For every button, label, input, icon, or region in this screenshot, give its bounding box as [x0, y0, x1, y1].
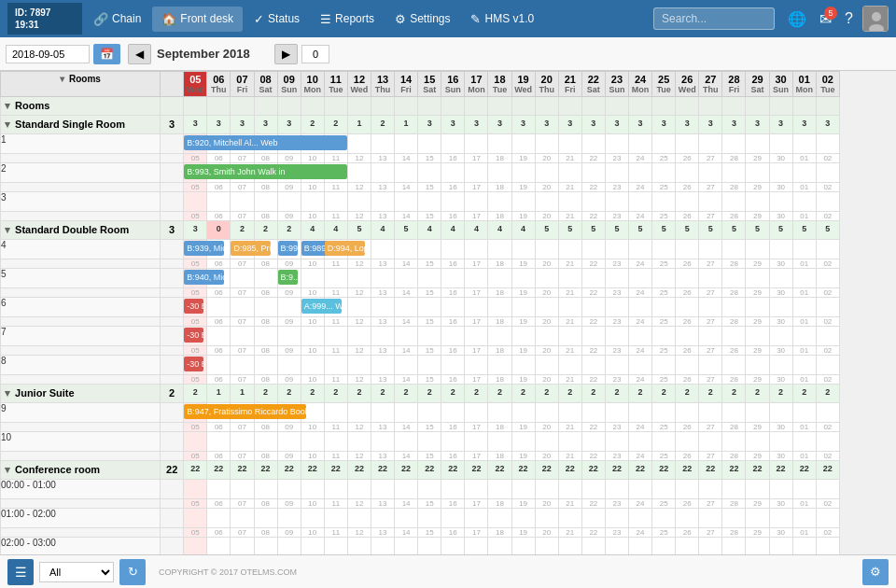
day-cell-22[interactable] [699, 134, 722, 154]
help-button[interactable]: ? [841, 8, 857, 29]
day-cell-0[interactable]: -30 B:987, Walk in [184, 327, 207, 346]
day-cell-3[interactable] [254, 432, 277, 452]
day-cell-0[interactable]: -30 B:988, Web [184, 356, 207, 375]
day-cell-9[interactable] [395, 538, 418, 555]
day-cell-26[interactable] [792, 163, 816, 183]
day-cell-9[interactable] [395, 327, 418, 346]
day-cell-1[interactable] [207, 432, 231, 452]
day-cell-10[interactable] [418, 134, 441, 154]
day-cell-20[interactable] [652, 134, 676, 154]
filter-select[interactable]: All Active Inactive [39, 562, 114, 582]
day-cell-12[interactable] [465, 432, 488, 452]
day-cell-16[interactable] [558, 356, 581, 375]
day-cell-2[interactable]: D:985, Pri... 11:0k in [231, 240, 254, 259]
day-cell-14[interactable] [511, 538, 535, 555]
day-cell-25[interactable] [769, 509, 792, 528]
day-cell-23[interactable] [722, 432, 746, 452]
day-cell-21[interactable] [676, 134, 699, 154]
day-cell-26[interactable] [792, 356, 816, 375]
booking-bar[interactable]: B:947, Fratissimo Riccardo Booking.com [184, 404, 306, 419]
calendar-button[interactable]: 📅 [93, 44, 120, 64]
day-cell-5[interactable] [301, 480, 324, 499]
day-cell-15[interactable] [535, 192, 558, 212]
day-cell-3[interactable] [254, 480, 277, 499]
day-cell-6[interactable] [324, 538, 347, 555]
day-cell-17[interactable] [581, 269, 605, 288]
nav-item-settings[interactable]: ⚙ Settings [385, 7, 459, 32]
day-cell-13[interactable] [488, 192, 511, 212]
day-cell-13[interactable] [488, 538, 511, 555]
day-cell-1[interactable] [207, 356, 231, 375]
day-cell-19[interactable] [629, 538, 652, 555]
day-cell-2[interactable] [231, 538, 254, 555]
day-cell-4[interactable] [277, 327, 301, 346]
refresh-button[interactable]: ↻ [119, 559, 146, 585]
day-cell-11[interactable] [441, 356, 465, 375]
day-cell-20[interactable] [652, 480, 676, 499]
day-cell-13[interactable] [488, 269, 511, 288]
day-cell-2[interactable] [231, 192, 254, 212]
day-cell-16[interactable] [558, 192, 581, 212]
booking-bar[interactable]: -30 B:988, Web [184, 357, 203, 371]
day-cell-18[interactable] [605, 298, 628, 317]
day-cell-22[interactable] [699, 192, 722, 212]
day-cell-12[interactable] [465, 269, 488, 288]
day-cell-21[interactable] [676, 298, 699, 317]
day-cell-14[interactable] [511, 163, 535, 183]
day-cell-26[interactable] [792, 134, 816, 154]
day-cell-1[interactable] [207, 192, 231, 212]
day-cell-0[interactable]: B:940, Mich... Web [184, 269, 207, 288]
day-cell-1[interactable] [207, 480, 231, 499]
day-cell-12[interactable] [465, 163, 488, 183]
day-cell-24[interactable] [746, 192, 769, 212]
rooms-expand[interactable]: ▾ [5, 100, 10, 111]
day-cell-12[interactable] [465, 509, 488, 528]
day-cell-17[interactable] [581, 163, 605, 183]
day-cell-17[interactable] [581, 134, 605, 154]
day-cell-16[interactable] [558, 403, 581, 423]
next-month-button[interactable]: ▶ [274, 44, 298, 64]
day-cell-17[interactable] [581, 240, 605, 259]
bottom-settings-button[interactable]: ⚙ [862, 559, 889, 585]
day-cell-17[interactable] [581, 298, 605, 317]
day-cell-15[interactable] [535, 298, 558, 317]
day-cell-21[interactable] [676, 356, 699, 375]
day-cell-6[interactable] [324, 192, 347, 212]
day-cell-25[interactable] [769, 269, 792, 288]
day-cell-11[interactable] [441, 134, 465, 154]
day-cell-16[interactable] [558, 298, 581, 317]
day-cell-9[interactable] [395, 240, 418, 259]
day-cell-25[interactable] [769, 134, 792, 154]
day-cell-11[interactable] [441, 480, 465, 499]
day-cell-2[interactable] [231, 356, 254, 375]
day-cell-12[interactable] [465, 538, 488, 555]
day-cell-26[interactable] [792, 327, 816, 346]
day-cell-19[interactable] [629, 134, 652, 154]
day-cell-26[interactable] [792, 192, 816, 212]
day-cell-14[interactable] [511, 356, 535, 375]
day-cell-12[interactable] [465, 356, 488, 375]
day-cell-15[interactable] [535, 403, 558, 423]
day-cell-24[interactable] [746, 432, 769, 452]
day-cell-13[interactable] [488, 327, 511, 346]
day-cell-23[interactable] [722, 163, 746, 183]
day-cell-7[interactable] [347, 327, 371, 346]
day-cell-22[interactable] [699, 538, 722, 555]
day-cell-6[interactable] [324, 432, 347, 452]
day-cell-7[interactable] [347, 134, 371, 154]
day-cell-8[interactable] [371, 192, 394, 212]
day-cell-22[interactable] [699, 163, 722, 183]
day-cell-5[interactable] [301, 509, 324, 528]
day-cell-24[interactable] [746, 163, 769, 183]
booking-bar[interactable]: B:940, Mich... Web [184, 270, 224, 285]
day-cell-3[interactable] [254, 298, 277, 317]
day-cell-18[interactable] [605, 192, 628, 212]
day-cell-4[interactable] [277, 356, 301, 375]
day-cell-7[interactable] [347, 298, 371, 317]
day-cell-2[interactable] [231, 480, 254, 499]
day-cell-14[interactable] [511, 509, 535, 528]
day-cell-17[interactable] [581, 432, 605, 452]
day-cell-19[interactable] [629, 269, 652, 288]
day-cell-5[interactable]: B:989... Web [301, 240, 324, 259]
day-cell-12[interactable] [465, 403, 488, 423]
